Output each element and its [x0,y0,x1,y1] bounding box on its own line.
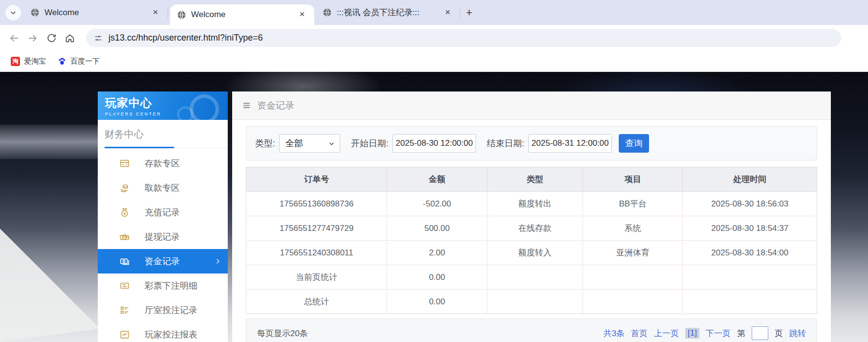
new-tab-button[interactable]: + [462,6,476,20]
chevron-down-icon [10,9,17,16]
start-date-label: 开始日期: [351,137,389,149]
page-title: 资金记录 [257,99,294,112]
bookmark-taobao[interactable]: 淘 爱淘宝 [7,55,50,68]
type-select-value: 全部 [285,137,303,149]
withdraw-icon [119,182,130,193]
forward-button[interactable] [23,29,42,47]
col-type: 类型 [487,167,583,192]
sidebar-item-withdrawal-record[interactable]: 提现记录 [98,225,228,249]
sidebar-item-label: 彩票下注明细 [145,280,197,292]
sidebar-item-label: 资金记录 [145,255,180,267]
deposit-icon [119,158,130,169]
bookmarks-bar: 淘 爱淘宝 百度一下 [0,51,868,72]
sidebar-item-recharge-record[interactable]: 充值记录 [98,200,228,225]
cell-amount: 0.00 [387,265,487,290]
sidebar-menu: 存款专区 取款专区 充值记录 提现记录 资金记录 [98,151,228,342]
tab-search-button[interactable] [5,5,21,21]
browser-tab-strip: Welcome × Welcome × :::视讯 会员下注纪录::: × + [0,0,868,25]
sidebar-item-funds-record[interactable]: 资金记录 [98,249,228,274]
baidu-paw-icon [58,57,66,66]
home-button[interactable] [61,29,79,47]
tab-divider [168,7,168,18]
cell-label: 当前页统计 [246,265,387,290]
cell-amount: 500.00 [387,216,487,241]
globe-icon [30,8,40,17]
filter-bar: 类型: 全部 开始日期: 结束日期: 查询 [246,126,817,160]
players-center-subtitle: PLAYERS CENTER [105,112,228,116]
bookmark-label: 百度一下 [70,57,100,66]
col-project: 项目 [583,167,683,192]
close-icon[interactable]: × [150,7,161,18]
cell-order-id: 1756551360898736 [246,192,387,216]
col-amount: 金额 [387,167,487,192]
hall-icon [119,305,130,316]
cell-empty [487,265,583,290]
pagination-bar: 每页显示20条 共3条 首页 上一页 [1] 下一页 第 页 跳转 [246,319,817,342]
sidebar-header: 玩家中心 PLAYERS CENTER [98,91,228,120]
back-button[interactable] [5,29,23,47]
close-icon[interactable]: × [442,7,453,18]
end-date-label: 结束日期: [487,137,524,149]
sidebar-item-hall-bet-record[interactable]: 厅室投注记录 [98,298,228,322]
cell-type: 额度转出 [487,192,583,216]
browser-tab-betting-record[interactable]: :::视讯 会员下注纪录::: × [316,0,460,25]
reload-button[interactable] [42,29,61,47]
page-content: 玩家中心 PLAYERS CENTER 财务中心 存款专区 取款专区 充值记录 … [0,72,868,342]
table-row: 1756551240308011 2.00 额度转入 亚洲体育 2025-08-… [246,241,817,265]
cell-process-time: 2025-08-30 18:56:03 [683,192,817,216]
type-label: 类型: [255,137,275,149]
cell-empty [487,290,583,314]
lottery-icon [119,280,130,291]
col-process-time: 处理时间 [683,167,817,192]
globe-icon [177,10,186,20]
back-arrow-icon [9,33,20,44]
query-button[interactable]: 查询 [619,134,649,153]
players-center-title: 玩家中心 [105,95,228,111]
cell-empty [683,265,817,290]
sidebar-item-label: 取款专区 [145,182,180,194]
table-row: 1756551360898736 -502.00 额度转出 BB平台 2025-… [246,192,817,216]
sidebar-section-underline [98,147,228,148]
end-date-input[interactable] [528,134,612,153]
cell-empty [583,290,683,314]
sidebar-item-label: 充值记录 [145,206,180,218]
table-row-grand-total: 总统计 0.00 [246,290,817,314]
tab-divider [460,7,460,18]
taobao-icon: 淘 [11,57,20,66]
background-band [0,125,98,159]
sidebar-item-withdraw-zone[interactable]: 取款专区 [98,176,228,200]
sidebar-item-lottery-bet-detail[interactable]: 彩票下注明细 [98,274,228,298]
start-date-input[interactable] [392,134,476,153]
pagination-controls: 共3条 首页 上一页 [1] 下一页 第 页 跳转 [604,326,806,340]
browser-tab-welcome-2-active[interactable]: Welcome × [170,4,314,25]
cell-type: 在线存款 [487,216,583,241]
sidebar-item-label: 厅室投注记录 [145,304,197,316]
next-page-link[interactable]: 下一页 [706,328,731,339]
recharge-icon [119,207,130,218]
cell-project: 亚洲体育 [583,241,683,265]
jump-link[interactable]: 跳转 [789,328,806,339]
sidebar-item-deposit-zone[interactable]: 存款专区 [98,151,228,176]
sidebar-section-title: 财务中心 [98,120,228,141]
home-icon [65,33,75,44]
url-bar[interactable]: js13.cc/hhcp/usercenter.html?iniType=6 [86,29,841,47]
sidebar-item-player-bet-report[interactable]: 玩家投注报表 [98,322,228,342]
col-order-id: 订单号 [246,167,387,192]
first-page-link[interactable]: 首页 [631,328,648,339]
funds-icon [119,256,130,267]
table-row: 1756551277479729 500.00 在线存款 系统 2025-08-… [246,216,817,241]
chevron-down-icon [328,140,335,147]
type-select[interactable]: 全部 [279,134,340,153]
close-icon[interactable]: × [297,9,307,20]
browser-tab-welcome-1[interactable]: Welcome × [23,0,168,25]
report-icon [119,329,130,340]
page-size-text: 每页显示20条 [257,328,308,339]
bookmark-baidu[interactable]: 百度一下 [54,55,104,68]
prev-page-link[interactable]: 上一页 [654,328,679,339]
forward-arrow-icon [27,33,38,44]
sidebar-item-label: 存款专区 [145,158,180,169]
cell-process-time: 2025-08-30 18:54:37 [683,216,817,241]
cell-amount: 2.00 [387,241,487,265]
jump-page-input[interactable] [752,326,768,340]
bookmark-label: 爱淘宝 [24,57,46,66]
